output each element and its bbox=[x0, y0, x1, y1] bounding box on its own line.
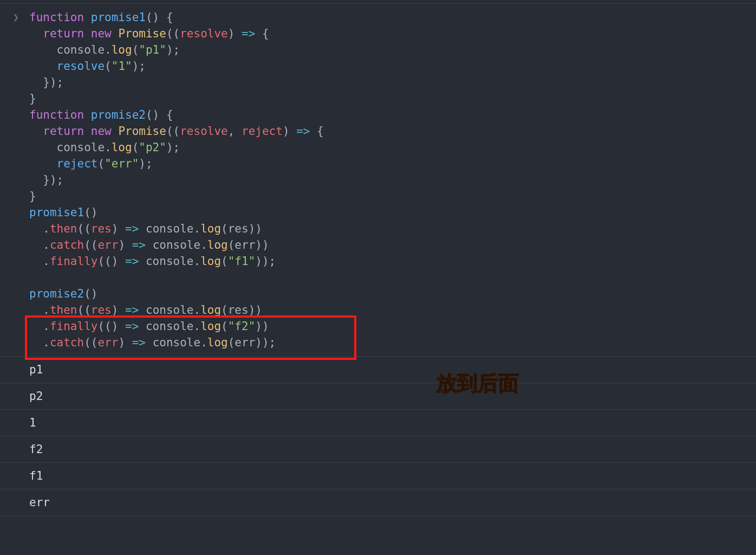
console-output-line: 1 bbox=[0, 409, 756, 436]
chevron-right-icon: ❯ bbox=[13, 11, 19, 23]
code-token: resolve bbox=[57, 60, 105, 73]
code-token: ); bbox=[166, 43, 180, 56]
code-token: => bbox=[132, 238, 146, 251]
code-token: log bbox=[112, 43, 132, 56]
code-token: "f2" bbox=[228, 320, 256, 333]
code-token: Promise bbox=[118, 125, 166, 138]
code-token: ); bbox=[166, 141, 180, 154]
code-token: err bbox=[97, 336, 118, 349]
code-token: , bbox=[228, 125, 242, 138]
console-output-line: err bbox=[0, 489, 756, 516]
code-token: Promise bbox=[118, 27, 166, 40]
code-token: promise2 bbox=[91, 108, 146, 121]
code-token: (res)) bbox=[221, 304, 262, 317]
code-token: ( bbox=[97, 157, 105, 170]
code-token: function bbox=[29, 11, 91, 24]
code-token: new bbox=[91, 125, 119, 138]
code-token: ) bbox=[112, 304, 125, 317]
code-token: => bbox=[132, 336, 146, 349]
code-token: () { bbox=[146, 108, 173, 121]
code-token: console. bbox=[29, 43, 112, 56]
code-token: ( bbox=[221, 255, 228, 268]
code-token: console. bbox=[146, 238, 207, 251]
console-input-block[interactable]: ❯ function promise1() { return new Promi… bbox=[0, 4, 756, 356]
code-token: console. bbox=[139, 320, 200, 333]
code-token: log bbox=[200, 320, 221, 333]
code-token: } bbox=[29, 92, 36, 105]
code-token: (res)) bbox=[221, 222, 262, 235]
code-token: log bbox=[112, 141, 132, 154]
code-token: ) bbox=[118, 336, 132, 349]
code-token: (( bbox=[77, 304, 91, 317]
code-token: function bbox=[29, 108, 91, 121]
code-token: (() bbox=[97, 255, 125, 268]
code-token: log bbox=[200, 304, 221, 317]
code-token: => bbox=[296, 125, 310, 138]
console-output-line: f2 bbox=[0, 436, 756, 462]
code-token: return bbox=[43, 125, 91, 138]
code-token: => bbox=[125, 304, 139, 317]
code-token: return bbox=[43, 27, 91, 40]
code-token: { bbox=[310, 125, 323, 138]
code-token bbox=[29, 157, 57, 170]
code-token: ); bbox=[139, 157, 152, 170]
code-token: (err)); bbox=[228, 336, 276, 349]
code-token: ( bbox=[132, 141, 139, 154]
code-token: "p1" bbox=[139, 43, 166, 56]
code-token: (( bbox=[77, 222, 91, 235]
code-token: (( bbox=[84, 238, 97, 251]
console-output-line: p2 bbox=[0, 383, 756, 409]
code-token: finally bbox=[50, 320, 98, 333]
code-token: )); bbox=[255, 255, 276, 268]
code-token: res bbox=[91, 304, 112, 317]
code-token: console. bbox=[29, 141, 112, 154]
code-token: ) bbox=[228, 27, 242, 40]
code-token: } bbox=[29, 190, 36, 203]
code-token: console. bbox=[146, 336, 207, 349]
devtools-console: ❯ function promise1() { return new Promi… bbox=[0, 3, 756, 555]
code-token: catch bbox=[50, 336, 84, 349]
code-token: . bbox=[29, 255, 50, 268]
code-token: "1" bbox=[112, 60, 132, 73]
code-token: { bbox=[255, 27, 269, 40]
code-token: ); bbox=[132, 60, 146, 73]
code-token: then bbox=[50, 222, 77, 235]
code-token: console. bbox=[139, 304, 200, 317]
code-token: . bbox=[29, 238, 50, 251]
code-input[interactable]: function promise1() { return new Promise… bbox=[29, 9, 756, 351]
code-token: . bbox=[29, 304, 50, 317]
code-token: resolve bbox=[180, 27, 228, 40]
code-token: (( bbox=[166, 125, 180, 138]
code-token: () bbox=[84, 287, 97, 300]
console-output-line: p1 bbox=[0, 356, 756, 383]
console-output-line: f1 bbox=[0, 462, 756, 489]
code-token: "p2" bbox=[139, 141, 166, 154]
annotation-arrow bbox=[0, 516, 756, 555]
code-token: resolve bbox=[180, 125, 228, 138]
code-token: => bbox=[125, 255, 139, 268]
code-token: promise1 bbox=[91, 11, 146, 24]
code-token: log bbox=[207, 336, 228, 349]
code-token: ( bbox=[132, 43, 139, 56]
console-output: p1p21f2f1err bbox=[0, 356, 756, 516]
code-token: }); bbox=[29, 76, 63, 89]
code-token: ( bbox=[105, 60, 112, 73]
code-token: => bbox=[125, 320, 139, 333]
code-token: () bbox=[84, 206, 97, 219]
code-token: (( bbox=[84, 336, 97, 349]
code-token: log bbox=[200, 222, 221, 235]
code-token: err bbox=[97, 238, 118, 251]
code-token: . bbox=[29, 320, 50, 333]
code-token: then bbox=[50, 304, 77, 317]
code-token: promise1 bbox=[29, 206, 84, 219]
code-token: "err" bbox=[105, 157, 139, 170]
code-token: => bbox=[125, 222, 139, 235]
code-token bbox=[29, 125, 43, 138]
code-token: catch bbox=[50, 238, 84, 251]
code-token: finally bbox=[50, 255, 98, 268]
code-token: ) bbox=[283, 125, 296, 138]
code-token: console. bbox=[139, 222, 200, 235]
code-token: "f1" bbox=[228, 255, 256, 268]
code-token: log bbox=[207, 238, 228, 251]
code-token: (err)) bbox=[228, 238, 269, 251]
